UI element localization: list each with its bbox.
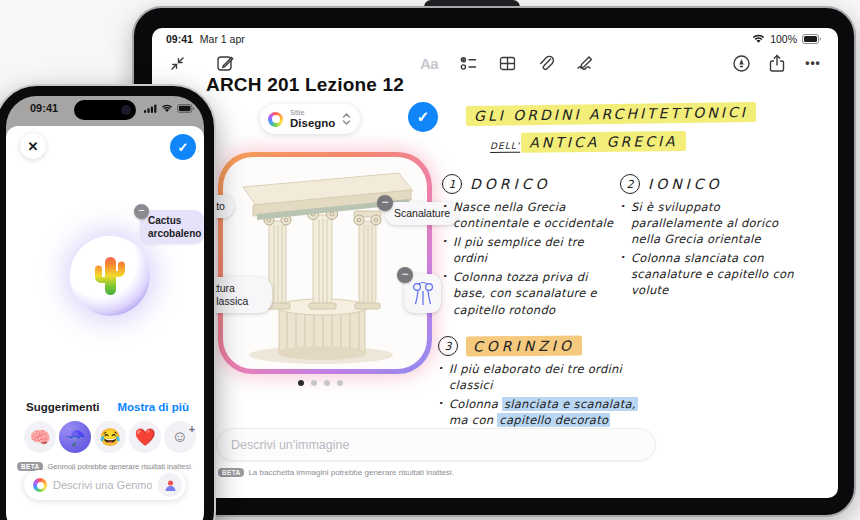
markup-icon[interactable] (728, 50, 754, 76)
remove-genmoji-label-button[interactable]: − (134, 204, 149, 219)
iphone-screen: 09:41 ✕ ✓ (6, 96, 204, 520)
ionico-bullet-2: Colonna slanciata con scanalature e capi… (620, 250, 804, 298)
add-emoji-icon: ☺+ (172, 428, 188, 446)
rainbow-cactus-genmoji (89, 253, 131, 299)
ipad-beta-text: La bacchetta immagini potrebbe generare … (248, 468, 453, 477)
table-icon[interactable] (494, 50, 520, 76)
text-format-icon[interactable]: Aa (416, 50, 442, 76)
column-sketch-icon (411, 281, 435, 307)
hw-title-prefix: DELL' (490, 141, 520, 153)
genmoji-label[interactable]: Cactus arcobaleno (140, 210, 204, 244)
person-icon (164, 479, 177, 492)
new-genmoji-button[interactable]: ☺+ (164, 421, 196, 453)
corinzio-bullet-1: Il più elaborato dei tre ordini classici (438, 361, 658, 393)
style-picker[interactable]: Stile Disegno (260, 104, 360, 134)
laughing-emoji[interactable]: 😂 (94, 421, 126, 453)
dorico-bullet-1: Nasce nella Grecia continentale e occide… (442, 199, 618, 231)
remove-column-sketch-button[interactable]: − (397, 267, 413, 283)
suggestions-title: Suggerimenti (26, 401, 99, 413)
ipad-battery-percent: 100% (770, 33, 797, 45)
section-dorico: 1 DORICO Nasce nella Grecia continentale… (442, 174, 618, 321)
dorico-heading: DORICO (470, 176, 550, 192)
battery-icon (802, 34, 822, 44)
ipad-status-right: 100% (752, 33, 822, 45)
umbrella-emoji-selected[interactable]: ☂️ (59, 421, 91, 453)
image-wand-icon[interactable] (572, 50, 598, 76)
page-dots[interactable] (298, 380, 343, 386)
attachment-icon[interactable] (533, 50, 559, 76)
generated-temple-image (223, 157, 427, 369)
remove-scanalature-button[interactable]: − (377, 195, 393, 211)
more-icon[interactable]: ••• (800, 50, 826, 76)
person-option-button[interactable] (158, 473, 182, 497)
share-icon[interactable] (764, 50, 790, 76)
ipad-screen: 09:41Mar 1 apr 100% Aa ••• (152, 28, 838, 498)
ipad-beta-disclaimer: BETA La bacchetta immagini potrebbe gene… (218, 468, 454, 477)
dorico-number: 1 (442, 174, 462, 194)
signal-icon (144, 104, 157, 113)
ipad-status-bar: 09:41Mar 1 apr (166, 33, 245, 45)
note-title: ARCH 201 Lezione 12 (206, 74, 404, 96)
accept-image-button[interactable]: ✓ (408, 102, 438, 132)
corinzio-heading: CORINZIO (466, 335, 582, 356)
ipad-time: 09:41 (166, 33, 193, 45)
iphone-status-icons (144, 104, 195, 113)
image-description-input[interactable] (216, 428, 656, 461)
show-more-link[interactable]: Mostra di più (117, 401, 189, 413)
iphone-time: 09:41 (30, 102, 58, 114)
corinzio-b2-mid: ma con (449, 413, 497, 427)
image-playground-icon (268, 112, 283, 127)
generated-image-card[interactable] (218, 152, 432, 374)
confirm-genmoji-button[interactable]: ✓ (170, 134, 196, 160)
corinzio-b2-highlight2: capitello decorato (497, 413, 610, 427)
hw-title-line1: GLI ORDINI ARCHITETTONICI (466, 102, 756, 126)
ipad-date: Mar 1 apr (200, 33, 245, 45)
beta-badge: BETA (218, 468, 244, 477)
genmoji-description-input[interactable] (53, 479, 152, 491)
collapse-icon[interactable] (164, 50, 190, 76)
ionico-bullet-1: Si è sviluppato parallelamente al dorico… (620, 199, 804, 247)
battery-icon (177, 104, 195, 113)
iphone-device: 09:41 ✕ ✓ (0, 84, 216, 520)
style-picker-value: Disegno (290, 118, 335, 130)
hw-title-main: ANTICA GRECIA (521, 131, 686, 153)
corinzio-b2-highlight1: slanciata e scanalata, (502, 397, 638, 411)
ionico-heading: IONICO (648, 176, 723, 192)
style-picker-label: Stile (290, 109, 335, 117)
heart-emoji[interactable]: ❤️ (129, 421, 161, 453)
dorico-bullet-2: Il più semplice dei tre ordini (442, 234, 618, 266)
hw-title-line2: DELL' ANTICA GRECIA (490, 131, 686, 153)
genmoji-input-bar (24, 470, 186, 500)
corinzio-bullet-2: Colonna slanciata e scanalata, ma con ca… (438, 396, 758, 428)
checklist-icon[interactable] (455, 50, 481, 76)
dynamic-island (74, 100, 136, 120)
dorico-bullet-3: Colonna tozza priva di base, con scanala… (442, 269, 618, 317)
genmoji-sheet: ✕ ✓ − Cactus arcobalen (6, 126, 204, 520)
screenshot-stage: 09:41Mar 1 apr 100% Aa ••• (0, 0, 860, 520)
ipad-device: 09:41Mar 1 apr 100% Aa ••• (132, 6, 856, 517)
corinzio-b2-pre: Colonna (449, 397, 502, 411)
genmoji-preview-bubble (70, 236, 150, 316)
corinzio-number: 3 (438, 336, 458, 356)
chevron-up-down-icon (342, 112, 351, 126)
compose-icon[interactable] (212, 50, 238, 76)
ionico-number: 2 (620, 174, 640, 194)
section-ionico: 2 IONICO Si è sviluppato parallelamente … (620, 174, 804, 302)
close-button[interactable]: ✕ (20, 133, 46, 159)
brain-emoji[interactable]: 🧠 (24, 421, 56, 453)
emoji-suggestions-row: 🧠 ☂️ 😂 ❤️ ☺+ (24, 421, 196, 453)
wifi-icon (161, 104, 173, 113)
wifi-icon (752, 34, 765, 44)
genmoji-swirl-icon (33, 478, 47, 492)
